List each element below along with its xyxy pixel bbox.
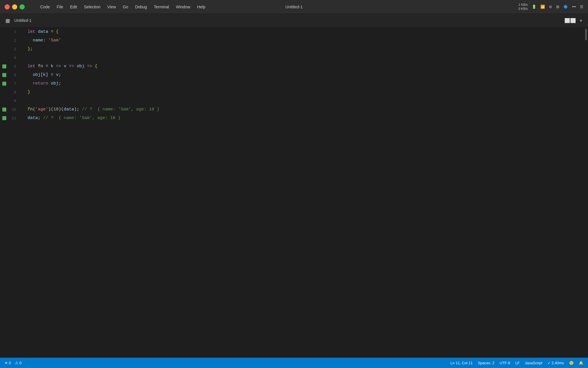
- gutter-line-10: 10: [0, 105, 23, 114]
- scrollbar[interactable]: [584, 28, 588, 356]
- line-numbers: 1 2 3 4 5 6 7 8: [0, 28, 23, 356]
- code-line-2: name: 'Sam': [23, 36, 588, 45]
- editor-topbar: Untitled-1 ⬜⬜ ●: [0, 14, 588, 28]
- breakpoint-7[interactable]: [2, 82, 6, 86]
- gutter-line-9: 9: [0, 97, 23, 105]
- menu-selection[interactable]: Selection: [84, 5, 100, 9]
- minimize-button[interactable]: [12, 4, 17, 9]
- split-editor-icon[interactable]: ⬜⬜: [564, 18, 576, 24]
- gutter-line-6: 6: [0, 71, 23, 79]
- menu-bar: Code File Edit Selection View Go Debug T…: [33, 5, 205, 9]
- line-number: 1: [14, 30, 16, 34]
- menu-go[interactable]: Go: [123, 5, 128, 9]
- network-speed: 1 KB/s0 KB/s: [519, 3, 528, 10]
- line-number: 4: [14, 56, 16, 60]
- titlebar-right: 1 KB/s0 KB/s 🔋 📶 ⊘ ⊞ 🔷 ••• ☰: [519, 3, 583, 10]
- menu-code[interactable]: Code: [40, 5, 50, 9]
- editor-file-title: Untitled-1: [6, 18, 32, 23]
- cloud-icon[interactable]: ●: [579, 18, 582, 23]
- status-icon: ⊘: [549, 5, 552, 9]
- titlebar: Code File Edit Selection View Go Debug T…: [0, 0, 588, 14]
- code-line-7: return obj;: [23, 79, 588, 88]
- wifi-icon: 📶: [540, 5, 545, 9]
- code-editor[interactable]: let data = { name: 'Sam' }; let fn = k =…: [23, 28, 588, 356]
- finder-icon: 🔷: [563, 5, 568, 9]
- breakpoint-6[interactable]: [2, 73, 6, 77]
- language-mode[interactable]: JavaScript: [525, 361, 542, 365]
- gutter-line-2: 2: [0, 36, 23, 45]
- statusbar: ✕ 0 ⚠ 0 Ln 11, Col 11 Spaces: 2 UTF-8 LF…: [0, 358, 588, 368]
- gutter-line-1: 1: [0, 28, 23, 36]
- error-count[interactable]: ✕ 0: [5, 361, 11, 365]
- code-line-3: };: [23, 45, 588, 53]
- line-number: 7: [14, 82, 16, 86]
- gutter-line-4: 4: [0, 53, 23, 62]
- gutter-line-7: 7: [0, 79, 23, 88]
- menu-debug[interactable]: Debug: [135, 5, 147, 9]
- error-icon: ✕: [5, 361, 8, 365]
- line-number: 6: [14, 73, 16, 77]
- timing: ✓ 2.40ms: [548, 361, 564, 365]
- warning-number: 0: [19, 361, 21, 365]
- control-center-icon: ⊞: [556, 5, 559, 9]
- warning-icon: ⚠: [15, 361, 18, 365]
- editor-title-label: Untitled-1: [14, 18, 32, 23]
- more-icon: •••: [572, 5, 576, 9]
- code-line-5: let fn = k => v => obj => {: [23, 62, 588, 71]
- close-button[interactable]: [5, 4, 10, 9]
- smiley-icon[interactable]: 🙂: [569, 361, 574, 365]
- line-number: 11: [11, 116, 16, 120]
- code-line-4: [23, 53, 588, 62]
- gutter-line-3: 3: [0, 45, 23, 53]
- gutter-line-5: 5: [0, 62, 23, 71]
- code-line-11: data; // ? { name: 'Sam', age: 18 }: [23, 114, 588, 122]
- eol[interactable]: LF: [515, 361, 520, 365]
- menu-help[interactable]: Help: [197, 5, 206, 9]
- breakpoint-5[interactable]: [2, 64, 6, 68]
- statusbar-left: ✕ 0 ⚠ 0: [5, 361, 22, 365]
- menu-edit[interactable]: Edit: [70, 5, 77, 9]
- line-number: 2: [14, 39, 16, 43]
- code-line-1: let data = {: [23, 28, 588, 36]
- breakpoint-10[interactable]: [2, 108, 6, 112]
- line-number: 8: [14, 90, 16, 95]
- menu-terminal[interactable]: Terminal: [154, 5, 169, 9]
- notification-icon[interactable]: 🔔: [579, 361, 583, 365]
- gutter-line-11: 11: [0, 114, 23, 122]
- error-number: 0: [9, 361, 11, 365]
- scrollbar-thumb[interactable]: [585, 29, 587, 40]
- menu-extras-icon: ☰: [580, 5, 583, 9]
- breakpoint-11[interactable]: [2, 116, 6, 120]
- maximize-button[interactable]: [20, 4, 25, 9]
- code-line-9: [23, 97, 588, 105]
- line-number: 9: [14, 99, 16, 103]
- file-dot: [6, 19, 10, 23]
- code-line-8: }: [23, 88, 588, 97]
- editor-area: 1 2 3 4 5 6 7 8: [0, 28, 588, 356]
- indentation[interactable]: Spaces: 2: [478, 361, 494, 365]
- menu-file[interactable]: File: [57, 5, 63, 9]
- window-title: Untitled-1: [285, 5, 303, 9]
- line-number: 5: [14, 64, 16, 69]
- warning-count[interactable]: ⚠ 0: [15, 361, 22, 365]
- gutter-line-8: 8: [0, 88, 23, 97]
- statusbar-right: Ln 11, Col 11 Spaces: 2 UTF-8 LF JavaScr…: [450, 361, 583, 365]
- menu-window[interactable]: Window: [176, 5, 190, 9]
- code-line-6: obj[k] = v;: [23, 71, 588, 79]
- line-number: 3: [14, 47, 16, 51]
- battery-icon: 🔋: [532, 5, 536, 9]
- encoding[interactable]: UTF-8: [500, 361, 510, 365]
- cursor-position[interactable]: Ln 11, Col 11: [450, 361, 473, 365]
- keyword-let: let: [28, 28, 35, 36]
- menu-view[interactable]: View: [107, 5, 116, 9]
- editor-topbar-right: ⬜⬜ ●: [564, 18, 582, 24]
- line-number: 10: [11, 108, 16, 112]
- code-line-10: fn('age')(18)(data); // ? { name: 'Sam',…: [23, 105, 588, 114]
- titlebar-left: Code File Edit Selection View Go Debug T…: [5, 4, 205, 9]
